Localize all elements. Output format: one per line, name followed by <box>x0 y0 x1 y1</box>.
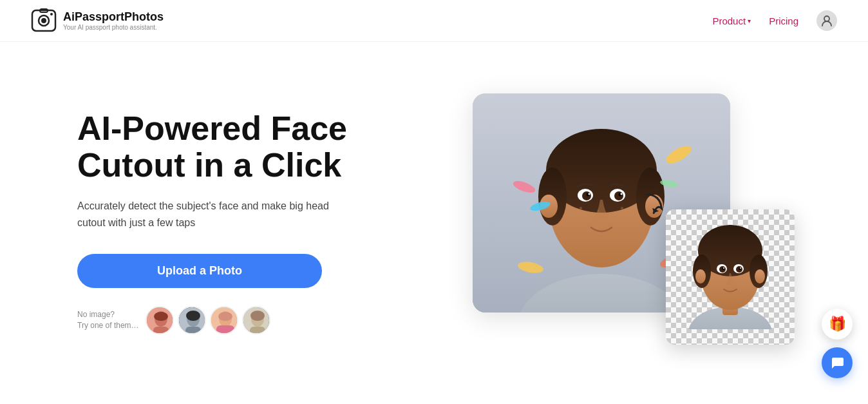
user-avatar-icon[interactable] <box>816 10 837 31</box>
main-nav: Product ▾ Pricing <box>712 10 837 31</box>
hero-left: AI-Powered Face Cutout in a Click Accura… <box>77 110 412 335</box>
svg-point-62 <box>695 269 706 284</box>
sample-thumb-4[interactable] <box>242 306 270 334</box>
svg-point-36 <box>621 193 623 195</box>
svg-point-61 <box>740 267 741 269</box>
svg-point-40 <box>621 207 623 209</box>
cutout-face <box>679 209 782 332</box>
sample-thumb-3[interactable] <box>210 306 238 334</box>
hero-right <box>451 93 816 351</box>
cutout-result-card <box>666 209 795 345</box>
sample-thumbs <box>146 306 270 334</box>
svg-point-8 <box>154 312 168 321</box>
svg-point-32 <box>614 191 623 200</box>
svg-rect-21 <box>250 327 265 334</box>
chevron-down-icon: ▾ <box>748 17 751 24</box>
hero-headline: AI-Powered Face Cutout in a Click <box>77 110 412 184</box>
upload-photo-button[interactable]: Upload a Photo <box>77 254 322 288</box>
logo-icon <box>31 8 57 34</box>
svg-point-35 <box>589 193 590 195</box>
sample-thumb-1[interactable] <box>146 306 174 334</box>
svg-point-39 <box>580 207 582 209</box>
svg-point-20 <box>250 311 265 321</box>
hero-subheadline: Accurately detect the subject's face and… <box>77 198 348 231</box>
sample-thumb-2[interactable] <box>178 306 206 334</box>
svg-point-16 <box>218 312 232 321</box>
svg-point-4 <box>50 13 53 15</box>
svg-rect-13 <box>185 327 201 334</box>
svg-rect-17 <box>216 325 234 334</box>
svg-point-5 <box>824 16 829 21</box>
nav-product[interactable]: Product ▾ <box>712 15 751 26</box>
gift-fab-button[interactable]: 🎁 <box>822 309 853 340</box>
demo-container <box>473 93 795 351</box>
logo-subtitle: Your AI passport photo assistant. <box>63 24 164 31</box>
sample-images-row: No image? Try one of them… <box>77 306 412 334</box>
svg-point-2 <box>41 18 46 23</box>
chat-fab-button[interactable] <box>822 347 853 378</box>
svg-rect-9 <box>153 327 169 334</box>
svg-point-63 <box>755 269 765 284</box>
logo-title: AiPassportPhotos <box>63 10 164 24</box>
svg-point-60 <box>723 267 724 269</box>
svg-point-41 <box>598 210 599 212</box>
sample-label: No image? Try one of them… <box>77 309 139 331</box>
logo[interactable]: AiPassportPhotos Your AI passport photo … <box>31 8 164 34</box>
svg-point-12 <box>186 311 200 321</box>
svg-point-31 <box>582 191 591 200</box>
nav-pricing[interactable]: Pricing <box>769 15 798 26</box>
